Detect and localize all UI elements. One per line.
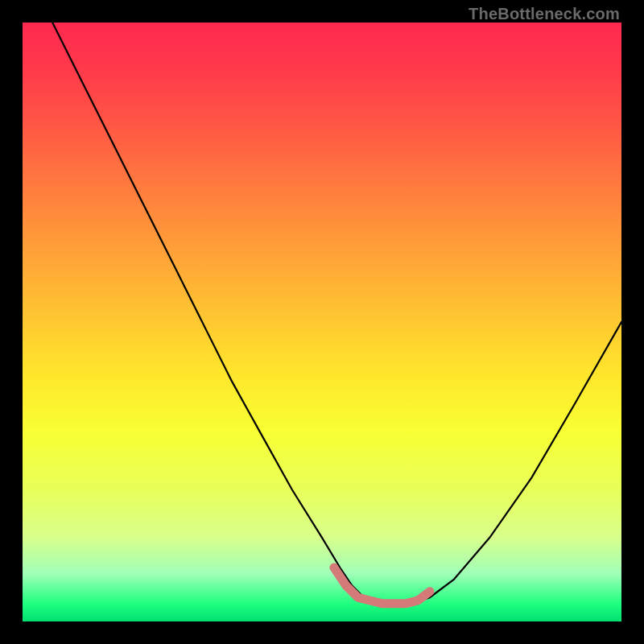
chart-frame: TheBottleneck.com (0, 0, 644, 644)
highlight-zone (334, 568, 430, 604)
bottleneck-curve (52, 23, 621, 604)
watermark-text: TheBottleneck.com (469, 5, 620, 23)
curve-layer (23, 23, 621, 621)
plot-area (23, 23, 621, 621)
